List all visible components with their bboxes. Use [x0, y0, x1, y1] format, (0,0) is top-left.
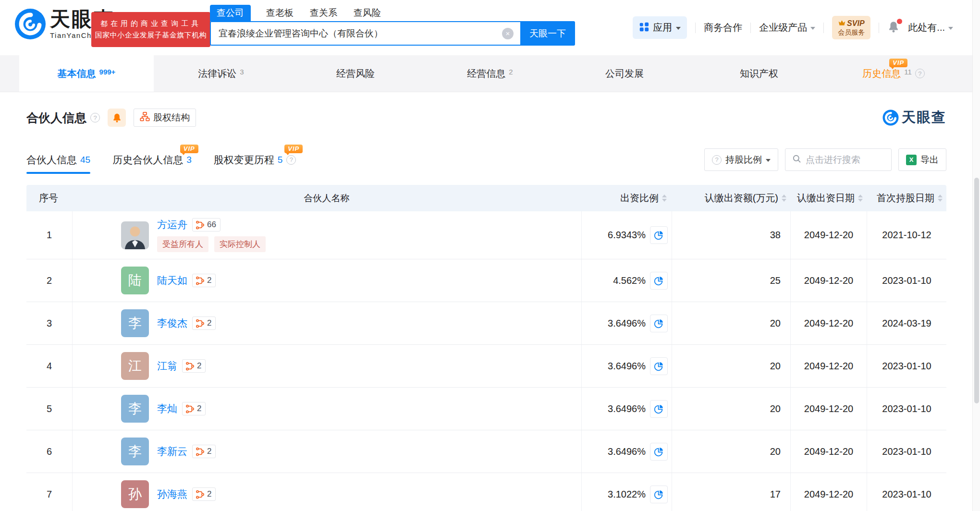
- shareholding-pie-button[interactable]: [650, 443, 668, 461]
- shareholding-pie-button[interactable]: [650, 226, 668, 244]
- partner-initial-avatar[interactable]: 孙: [121, 480, 149, 508]
- table-search-box[interactable]: [785, 148, 892, 171]
- ratio-value: 3.6496%: [608, 446, 646, 457]
- tab-count: 999+: [99, 68, 116, 76]
- partner-photo-avatar[interactable]: [121, 221, 149, 249]
- equity-structure-button[interactable]: 股权结构: [134, 109, 196, 127]
- sort-icon[interactable]: [938, 195, 943, 202]
- apps-grid-icon: [639, 22, 649, 34]
- export-button[interactable]: 导出: [898, 148, 946, 171]
- search-button[interactable]: 天眼一下: [520, 21, 575, 46]
- tab-label: 法律诉讼: [198, 67, 236, 80]
- search-tab-company[interactable]: 查公司: [210, 5, 251, 21]
- shareholding-pie-button[interactable]: [650, 400, 668, 418]
- business-cooperation-link[interactable]: 商务合作: [704, 21, 742, 34]
- enterprise-products-label: 企业级产品: [759, 21, 807, 34]
- subtab-equity-change-history[interactable]: 股权变更历程 5 VIP: [214, 153, 296, 167]
- shareholding-ratio-filter[interactable]: 持股比例: [704, 148, 778, 171]
- tab-basic-info[interactable]: 基本信息 999+: [19, 55, 154, 92]
- relation-graph-badge[interactable]: 2: [182, 402, 206, 415]
- header-ratio[interactable]: 出资比例: [581, 185, 672, 211]
- row-index: 4: [26, 345, 72, 387]
- partner-initial-avatar[interactable]: 陆: [121, 267, 149, 294]
- help-icon[interactable]: [286, 155, 296, 165]
- header-first-holding-date[interactable]: 首次持股日期: [867, 185, 946, 211]
- shareholding-pie-button[interactable]: [650, 315, 668, 332]
- header-partner-name: 合伙人名称: [72, 185, 581, 211]
- clear-search-icon[interactable]: ×: [502, 28, 514, 39]
- table-row: 3 李 李俊杰 2 3.6496%: [26, 302, 946, 345]
- partner-name-link[interactable]: 李灿: [157, 402, 177, 415]
- svip-member-button[interactable]: SVIP 会员服务: [832, 16, 870, 40]
- chevron-down-icon: [676, 27, 681, 30]
- sort-icon[interactable]: [782, 195, 786, 202]
- tab-label: 历史信息: [862, 68, 901, 79]
- amount-value: 20: [672, 302, 790, 344]
- first-holding-date: 2023-01-10: [867, 473, 946, 511]
- partner-name-link[interactable]: 陆天如: [157, 274, 187, 287]
- graph-icon: [185, 362, 195, 371]
- tab-operating-info[interactable]: 经营信息 2: [423, 55, 557, 92]
- scrollbar-thumb[interactable]: [974, 178, 979, 403]
- relation-graph-badge[interactable]: 2: [182, 359, 206, 373]
- relation-graph-badge[interactable]: 66: [192, 218, 220, 231]
- tab-count: 2: [509, 68, 513, 76]
- first-holding-date: 2023-01-10: [867, 388, 946, 430]
- sort-icon[interactable]: [858, 195, 863, 202]
- company-search-input[interactable]: [210, 21, 520, 46]
- subtab-history-partners[interactable]: 历史合伙人信息 3 VIP: [112, 153, 192, 167]
- shareholding-pie-button[interactable]: [650, 357, 668, 375]
- shareholding-pie-button[interactable]: [650, 272, 668, 290]
- partner-initial-avatar[interactable]: 李: [121, 309, 149, 337]
- header-subscription-date[interactable]: 认缴出资日期: [790, 185, 867, 211]
- monitor-bell-button[interactable]: [108, 109, 126, 127]
- sort-icon[interactable]: [662, 195, 667, 202]
- notifications-bell-icon[interactable]: [887, 21, 900, 35]
- pie-chart-icon: [654, 447, 664, 457]
- subscription-date: 2049-12-20: [790, 430, 867, 473]
- tab-company-development[interactable]: 公司发展: [557, 55, 692, 92]
- table-header-row: 序号 合伙人名称 出资比例 认缴出资额(万元) 认缴出资日期 首次持股日期: [26, 185, 946, 211]
- partner-name-link[interactable]: 李俊杰: [157, 316, 187, 330]
- page-scrollbar[interactable]: [972, 0, 980, 511]
- table-row: 4 江 江翁 2 3.6496%: [26, 345, 946, 388]
- help-icon[interactable]: [90, 113, 100, 122]
- banner-line2: 国家中小企业发展子基金旗下机构: [95, 31, 207, 40]
- tab-legal-proceedings[interactable]: 法律诉讼 3: [154, 55, 288, 92]
- user-menu[interactable]: 此处有...: [908, 21, 953, 34]
- tianyancha-logo-icon: [882, 110, 899, 126]
- partner-name-link[interactable]: 方运舟: [157, 218, 187, 231]
- tab-operating-risk[interactable]: 经营风险: [288, 55, 423, 92]
- tab-history-info[interactable]: 历史信息 VIP 11: [826, 55, 961, 92]
- partner-initial-avatar[interactable]: 李: [121, 438, 149, 465]
- tab-intellectual-property[interactable]: 知识产权: [692, 55, 826, 92]
- header-amount[interactable]: 认缴出资额(万元): [672, 185, 790, 211]
- table-row: 2 陆 陆天如 2 4.562%: [26, 259, 946, 302]
- search-area: 查公司 查老板 查关系 查风险 × 天眼一下: [210, 6, 575, 46]
- relation-graph-badge[interactable]: 2: [192, 445, 216, 458]
- enterprise-products-link[interactable]: 企业级产品: [759, 21, 815, 34]
- partner-initial-avatar[interactable]: 江: [121, 352, 149, 380]
- user-name-label: 此处有...: [908, 21, 945, 34]
- search-tab-relation[interactable]: 查关系: [309, 5, 338, 21]
- divider: [823, 23, 824, 33]
- subtab-partners[interactable]: 合伙人信息 45: [26, 153, 90, 167]
- shareholding-pie-button[interactable]: [650, 486, 668, 503]
- search-tab-risk[interactable]: 查风险: [353, 5, 382, 21]
- search-tab-boss[interactable]: 查老板: [265, 5, 294, 21]
- ratio-value: 3.6496%: [608, 361, 646, 372]
- vip-badge: VIP: [889, 59, 907, 67]
- divider: [879, 23, 879, 33]
- relation-graph-badge[interactable]: 2: [192, 316, 216, 330]
- relation-graph-badge[interactable]: 2: [192, 487, 216, 501]
- pie-chart-icon: [654, 404, 664, 414]
- relation-graph-badge[interactable]: 2: [192, 274, 216, 287]
- relation-count: 66: [207, 220, 216, 230]
- partner-initial-avatar[interactable]: 李: [121, 395, 149, 423]
- help-icon[interactable]: [915, 69, 925, 78]
- apps-menu-button[interactable]: 应用: [633, 16, 687, 39]
- partner-name-link[interactable]: 孙海燕: [157, 487, 187, 501]
- partner-name-link[interactable]: 江翁: [157, 359, 177, 373]
- partner-name-link[interactable]: 李新云: [157, 445, 187, 458]
- table-search-input[interactable]: [806, 155, 882, 165]
